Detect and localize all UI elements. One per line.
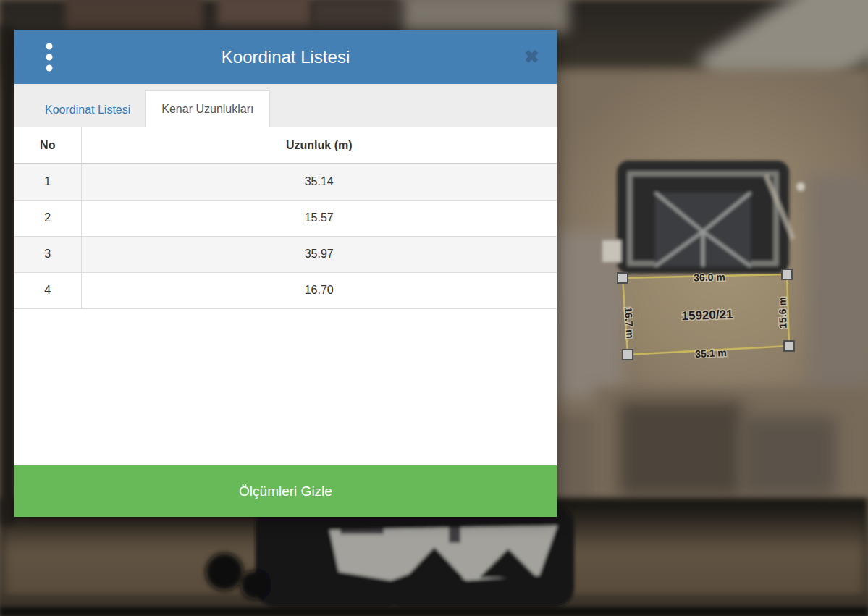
terrain-patch bbox=[554, 232, 623, 398]
dialog-body-spacer bbox=[14, 309, 557, 466]
parcel-edge-label-left: 16.7 m bbox=[623, 307, 636, 339]
row-length: 16.70 bbox=[81, 272, 557, 308]
terrain-patch bbox=[313, 0, 400, 28]
row-length: 35.97 bbox=[81, 236, 557, 272]
parcel-vertex-handle[interactable] bbox=[623, 350, 633, 360]
terrain-rubble bbox=[619, 402, 742, 496]
edge-length-table: No Uzunluk (m) 1 35.14 2 15.57 3 35.97 bbox=[14, 127, 557, 309]
column-header-no: No bbox=[14, 127, 81, 164]
row-length: 15.57 bbox=[81, 200, 557, 236]
terrain-patch bbox=[403, 0, 569, 33]
parcel-edge-label-top: 36.0 m bbox=[694, 271, 725, 283]
tab-koordinat-listesi[interactable]: Koordinat Listesi bbox=[30, 93, 145, 127]
terrain-road bbox=[0, 595, 868, 616]
row-no: 1 bbox=[14, 164, 81, 200]
parcel-edge-label-bottom: 35.1 m bbox=[695, 347, 727, 360]
parcel-edge-label-right: 15.6 m bbox=[776, 297, 788, 329]
row-length: 35.14 bbox=[81, 164, 557, 200]
dialog-header: Koordinat Listesi ✖ bbox=[14, 30, 557, 84]
row-no: 4 bbox=[14, 272, 81, 308]
parcel-number-label: 15920/21 bbox=[681, 308, 733, 323]
table-row: 1 35.14 bbox=[14, 164, 557, 200]
parcel-polygon: 36.0 m 35.1 m 16.7 m 15.6 m 15920/21 bbox=[618, 269, 794, 360]
terrain-patch bbox=[217, 0, 311, 26]
row-no: 2 bbox=[14, 200, 81, 236]
satellite-map[interactable]: 36.0 m 35.1 m 16.7 m 15.6 m 15920/21 Koo… bbox=[0, 0, 868, 616]
table-row: 2 15.57 bbox=[14, 200, 557, 236]
terrain-path bbox=[393, 515, 396, 606]
tab-kenar-uzunluklari[interactable]: Kenar Uzunlukları bbox=[145, 90, 270, 127]
parcel-vertex-handle[interactable] bbox=[618, 273, 628, 283]
parcel-vertex-handle[interactable] bbox=[782, 269, 792, 279]
terrain-patch bbox=[807, 174, 868, 405]
terrain-road bbox=[0, 607, 868, 616]
terrain-patch bbox=[65, 0, 203, 30]
table-row: 4 16.70 bbox=[14, 272, 557, 308]
terrain-dirt-field bbox=[547, 69, 868, 416]
table-header-row: No Uzunluk (m) bbox=[14, 127, 557, 164]
column-header-uzunluk: Uzunluk (m) bbox=[81, 127, 557, 164]
table-row: 3 35.97 bbox=[14, 236, 557, 272]
terrain-patch bbox=[0, 25, 16, 525]
terrain-rubble bbox=[594, 387, 868, 525]
close-icon[interactable]: ✖ bbox=[520, 30, 544, 84]
parcel-vertex-handle[interactable] bbox=[784, 341, 794, 351]
terrain-rubble bbox=[742, 416, 836, 496]
tab-bar: Koordinat Listesi Kenar Uzunlukları bbox=[14, 84, 557, 127]
building-roof-top bbox=[602, 161, 805, 274]
hide-measurements-button[interactable]: Ölçümleri Gizle bbox=[14, 465, 557, 517]
row-no: 3 bbox=[14, 236, 81, 272]
coordinate-list-dialog: Koordinat Listesi ✖ Koordinat Listesi Ke… bbox=[14, 30, 557, 517]
terrain-road bbox=[697, 0, 868, 138]
terrain-patch bbox=[0, 507, 868, 604]
dialog-title: Koordinat Listesi bbox=[14, 30, 557, 84]
building-roof-bottom bbox=[206, 507, 574, 607]
